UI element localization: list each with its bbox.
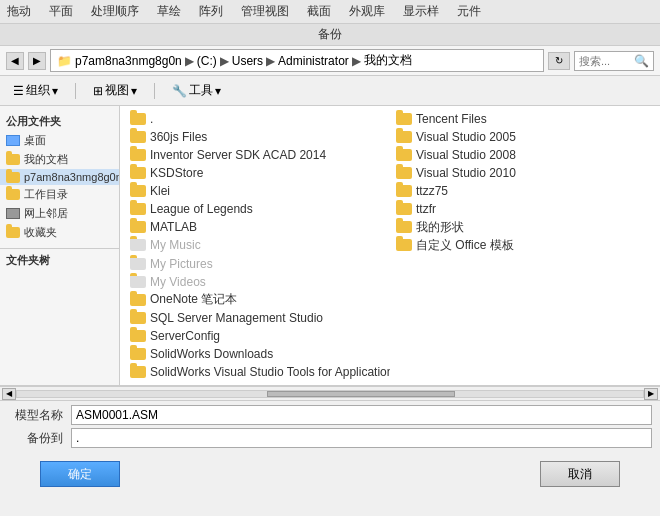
- file-item-vs2005-label: Visual Studio 2005: [416, 130, 516, 144]
- menu-drag[interactable]: 拖动: [4, 2, 34, 21]
- file-folder-icon-360js: [130, 131, 146, 143]
- sidebar-item-network-label: 网上邻居: [24, 206, 68, 221]
- file-item-serverconfig[interactable]: ServerConfig: [124, 327, 390, 345]
- sidebar-item-my-docs[interactable]: 我的文档: [0, 150, 119, 169]
- menu-appearance[interactable]: 外观库: [346, 2, 388, 21]
- menu-plane[interactable]: 平面: [46, 2, 76, 21]
- file-item-lol[interactable]: League of Legends: [124, 200, 390, 218]
- sidebar-item-favorites[interactable]: 收藏夹: [0, 223, 119, 242]
- breadcrumb-part-3[interactable]: Users: [232, 54, 263, 68]
- menu-section[interactable]: 截面: [304, 2, 334, 21]
- file-item-swvs[interactable]: SolidWorks Visual Studio Tools for Appli…: [124, 363, 390, 381]
- file-list[interactable]: . Tencent Files 360js Files Visual Studi…: [120, 106, 660, 385]
- menu-sketch[interactable]: 草绘: [154, 2, 184, 21]
- file-item-matlab[interactable]: MATLAB: [124, 218, 390, 236]
- file-folder-icon-sql: [130, 312, 146, 324]
- toolbar-separator-1: [75, 83, 76, 99]
- file-item-swdownloads-label: SolidWorks Downloads: [150, 347, 273, 361]
- menu-display[interactable]: 显示样: [400, 2, 442, 21]
- file-folder-icon-ttzz75: [396, 185, 412, 197]
- breadcrumb-sep-3: ▶: [266, 54, 275, 68]
- breadcrumb-sep-2: ▶: [220, 54, 229, 68]
- toolbar-separator-2: [154, 83, 155, 99]
- file-item-swdownloads[interactable]: SolidWorks Downloads: [124, 345, 390, 363]
- backup-to-row: 备份到 .: [8, 428, 652, 448]
- toolbar: ☰ 组织 ▾ ⊞ 视图 ▾ 🔧 工具 ▾: [0, 76, 660, 106]
- file-folder-icon-lol: [130, 203, 146, 215]
- file-item-serverconfig-label: ServerConfig: [150, 329, 220, 343]
- backup-to-label: 备份到: [8, 430, 63, 447]
- file-item-office-template-label: 自定义 Office 模板: [416, 237, 514, 254]
- file-item-inventor[interactable]: Inventor Server SDK ACAD 2014: [124, 146, 390, 164]
- file-item-vs2005[interactable]: Visual Studio 2005: [390, 128, 656, 146]
- file-item-klei[interactable]: Klei: [124, 182, 390, 200]
- file-folder-icon-tencent: [396, 113, 412, 125]
- file-item-ttzz75[interactable]: ttzz75: [390, 182, 656, 200]
- file-folder-icon-vs2008: [396, 149, 412, 161]
- file-item-360js-label: 360js Files: [150, 130, 207, 144]
- bottom-section: 模型名称 备份到 .: [0, 400, 660, 455]
- model-name-row: 模型名称: [8, 405, 652, 425]
- file-item-tencent[interactable]: Tencent Files: [390, 110, 656, 128]
- breadcrumb-part-2[interactable]: (C:): [197, 54, 217, 68]
- search-box[interactable]: 🔍: [574, 51, 654, 71]
- breadcrumb-part-4[interactable]: Administrator: [278, 54, 349, 68]
- p7am-folder-icon: [6, 172, 20, 183]
- file-item-klei-label: Klei: [150, 184, 170, 198]
- file-item-tencent-label: Tencent Files: [416, 112, 487, 126]
- cancel-button[interactable]: 取消: [540, 461, 620, 487]
- hscroll-left-button[interactable]: ◀: [2, 388, 16, 400]
- tools-button[interactable]: 🔧 工具 ▾: [167, 79, 226, 102]
- search-input[interactable]: [579, 55, 634, 67]
- hscroll-right-button[interactable]: ▶: [644, 388, 658, 400]
- file-item-myshapes[interactable]: 我的形状: [390, 218, 656, 236]
- file-folder-icon-onenote: [130, 294, 146, 306]
- file-item-vs2008[interactable]: Visual Studio 2008: [390, 146, 656, 164]
- desktop-icon: [6, 135, 20, 146]
- organize-dropdown-icon: ▾: [52, 84, 58, 98]
- horizontal-scrollbar[interactable]: ◀ ▶: [0, 386, 660, 400]
- file-item-onenote[interactable]: OneNote 笔记本: [124, 291, 390, 309]
- refresh-button[interactable]: ↻: [548, 52, 570, 70]
- backup-to-value: .: [71, 428, 652, 448]
- file-item-mypictures[interactable]: My Pictures: [124, 255, 390, 273]
- menu-array[interactable]: 阵列: [196, 2, 226, 21]
- nav-back-button[interactable]: ◀: [6, 52, 24, 70]
- file-folder-icon-myshapes: [396, 221, 412, 233]
- sidebar-item-network[interactable]: 网上邻居: [0, 204, 119, 223]
- model-name-input[interactable]: [71, 405, 652, 425]
- menu-order[interactable]: 处理顺序: [88, 2, 142, 21]
- file-item-dot[interactable]: .: [124, 110, 390, 128]
- sidebar-item-p7am[interactable]: p7am8na3nmg8g0n: [0, 169, 119, 185]
- file-folder-icon-office-template: [396, 239, 412, 251]
- nav-forward-button[interactable]: ▶: [28, 52, 46, 70]
- sidebar-item-p7am-label: p7am8na3nmg8g0n: [24, 171, 120, 183]
- hscroll-track[interactable]: [16, 390, 644, 398]
- view-button[interactable]: ⊞ 视图 ▾: [88, 79, 142, 102]
- breadcrumb-part-1[interactable]: p7am8na3nmg8g0n: [75, 54, 182, 68]
- file-item-lol-label: League of Legends: [150, 202, 253, 216]
- breadcrumb-path[interactable]: 📁 p7am8na3nmg8g0n ▶ (C:) ▶ Users ▶ Admin…: [50, 49, 544, 72]
- sidebar-item-desktop-label: 桌面: [24, 133, 46, 148]
- file-item-360js[interactable]: 360js Files: [124, 128, 390, 146]
- breadcrumb-part-5[interactable]: 我的文档: [364, 52, 412, 69]
- file-item-sql[interactable]: SQL Server Management Studio: [124, 309, 390, 327]
- file-item-office-template[interactable]: 自定义 Office 模板: [390, 236, 656, 254]
- file-item-vs2008-label: Visual Studio 2008: [416, 148, 516, 162]
- sidebar-item-workdir[interactable]: 工作目录: [0, 185, 119, 204]
- file-item-ksdstore[interactable]: KSDStore: [124, 164, 390, 182]
- model-name-label: 模型名称: [8, 407, 63, 424]
- menu-element[interactable]: 元件: [454, 2, 484, 21]
- file-folder-icon-dot: [130, 113, 146, 125]
- menu-manage-view[interactable]: 管理视图: [238, 2, 292, 21]
- tools-dropdown-icon: ▾: [215, 84, 221, 98]
- confirm-button[interactable]: 确定: [40, 461, 120, 487]
- file-item-myvideos[interactable]: My Videos: [124, 273, 390, 291]
- file-item-vs2010[interactable]: Visual Studio 2010: [390, 164, 656, 182]
- file-item-mymusic[interactable]: My Music: [124, 236, 390, 254]
- organize-button[interactable]: ☰ 组织 ▾: [8, 79, 63, 102]
- view-icon: ⊞: [93, 84, 103, 98]
- file-item-ttzfr[interactable]: ttzfr: [390, 200, 656, 218]
- sidebar-item-desktop[interactable]: 桌面: [0, 131, 119, 150]
- hscroll-thumb[interactable]: [267, 391, 455, 397]
